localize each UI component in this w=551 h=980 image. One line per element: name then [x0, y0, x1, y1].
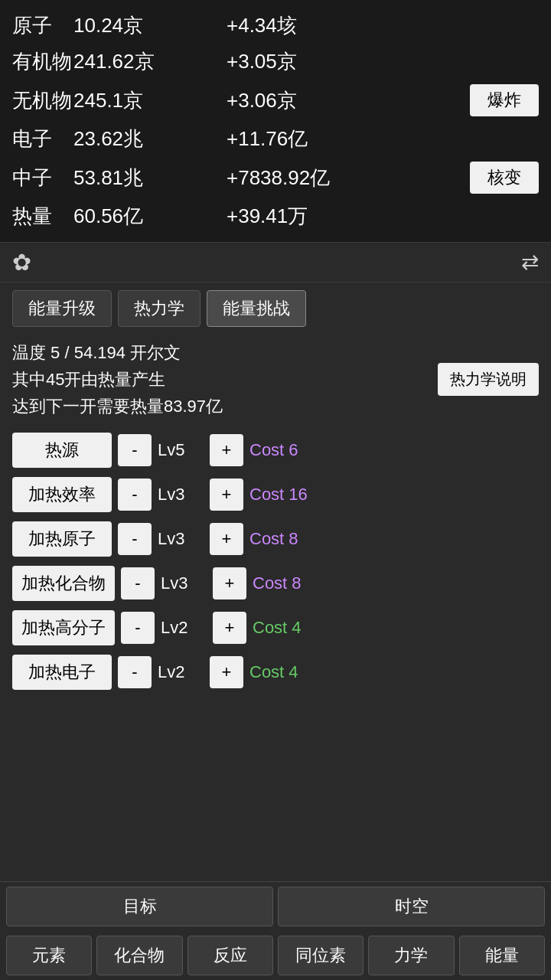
stat-label-4: 中子: [12, 165, 73, 191]
bottom-nav-row2-btn-4[interactable]: 力学: [368, 936, 454, 975]
toolbar-row: ✿ ⇄: [0, 242, 551, 283]
upgrade-row-4: 加热高分子-Lv2+Cost 4: [12, 610, 539, 645]
upgrade-minus-button-0[interactable]: -: [118, 434, 152, 466]
upgrade-name-button-2[interactable]: 加热原子: [12, 521, 112, 557]
stat-value-3: 23.62兆: [73, 126, 227, 152]
stat-label-0: 原子: [12, 12, 73, 39]
stat-value-2: 245.1京: [73, 87, 227, 114]
stat-value-1: 241.62京: [73, 48, 227, 75]
upgrade-name-button-0[interactable]: 热源: [12, 433, 112, 468]
upgrade-name-button-1[interactable]: 加热效率: [12, 477, 112, 512]
bottom-nav-row2-btn-2[interactable]: 反应: [187, 936, 273, 975]
stat-delta-1: +3.05京: [227, 48, 539, 75]
upgrade-cost-5: Cost 4: [249, 662, 298, 682]
stat-delta-5: +39.41万: [227, 203, 539, 230]
tab-button-2[interactable]: 能量挑战: [207, 290, 306, 327]
upgrade-name-button-5[interactable]: 加热电子: [12, 655, 112, 690]
upgrade-minus-button-5[interactable]: -: [118, 656, 152, 688]
stat-delta-2: +3.06京: [227, 87, 470, 114]
upgrade-cost-2: Cost 8: [249, 529, 298, 549]
bottom-nav-row2-btn-5[interactable]: 能量: [459, 936, 545, 975]
stat-value-0: 10.24京: [73, 12, 227, 39]
bottom-nav-row1-btn-0[interactable]: 目标: [6, 887, 273, 926]
tab-row: 能量升级热力学能量挑战: [0, 283, 551, 332]
stats-section: 原子10.24京+4.34垓有机物241.62京+3.05京无机物245.1京+…: [0, 0, 551, 242]
info-line2: 其中45开由热量产生: [12, 366, 438, 393]
stat-row-2: 无机物245.1京+3.06京爆炸: [12, 80, 539, 121]
bottom-nav: 目标时空 元素化合物反应同位素力学能量: [0, 881, 551, 980]
upgrade-row-1: 加热效率-Lv3+Cost 16: [12, 477, 539, 512]
upgrade-plus-button-5[interactable]: +: [210, 656, 243, 688]
upgrade-cost-0: Cost 6: [249, 440, 298, 460]
upgrade-minus-button-4[interactable]: -: [121, 612, 155, 644]
upgrade-row-0: 热源-Lv5+Cost 6: [12, 433, 539, 468]
stat-label-3: 电子: [12, 126, 73, 152]
bottom-row-1: 目标时空: [0, 882, 551, 931]
stat-delta-3: +11.76亿: [227, 126, 539, 152]
stat-row-1: 有机物241.62京+3.05京: [12, 44, 539, 80]
info-lines: 温度 5 / 54.194 开尔文 其中45开由热量产生 达到下一开需要热量83…: [12, 339, 438, 420]
shuffle-icon[interactable]: ⇄: [521, 250, 539, 275]
stat-label-2: 无机物: [12, 87, 73, 114]
stat-delta-4: +7838.92亿: [227, 165, 470, 191]
upgrade-minus-button-3[interactable]: -: [121, 567, 155, 599]
info-line1: 温度 5 / 54.194 开尔文: [12, 339, 438, 366]
upgrade-name-button-3[interactable]: 加热化合物: [12, 566, 115, 601]
tab-button-0[interactable]: 能量升级: [12, 290, 112, 327]
upgrade-row-2: 加热原子-Lv3+Cost 8: [12, 521, 539, 557]
upgrade-row-3: 加热化合物-Lv3+Cost 8: [12, 566, 539, 601]
info-section: 温度 5 / 54.194 开尔文 其中45开由热量产生 达到下一开需要热量83…: [0, 332, 551, 428]
upgrade-level-2: Lv3: [158, 529, 204, 549]
bottom-nav-row2-btn-1[interactable]: 化合物: [96, 936, 182, 975]
thermo-button[interactable]: 热力学说明: [438, 363, 539, 396]
stat-action-button-4[interactable]: 核变: [470, 162, 539, 194]
upgrade-plus-button-2[interactable]: +: [210, 523, 243, 555]
upgrade-level-1: Lv3: [158, 485, 204, 505]
bottom-nav-row1-btn-1[interactable]: 时空: [278, 887, 545, 926]
upgrade-level-4: Lv2: [161, 618, 207, 638]
upgrade-cost-3: Cost 8: [253, 573, 302, 593]
upgrade-plus-button-3[interactable]: +: [213, 567, 246, 599]
upgrade-minus-button-2[interactable]: -: [118, 523, 152, 555]
stat-value-5: 60.56亿: [73, 203, 227, 230]
upgrade-name-button-4[interactable]: 加热高分子: [12, 610, 115, 645]
stat-row-5: 热量60.56亿+39.41万: [12, 198, 539, 234]
stat-label-5: 热量: [12, 203, 73, 230]
stat-delta-0: +4.34垓: [227, 12, 539, 39]
upgrade-level-0: Lv5: [158, 440, 204, 460]
info-line3: 达到下一开需要热量83.97亿: [12, 393, 438, 420]
upgrade-plus-button-0[interactable]: +: [210, 434, 243, 466]
bottom-nav-row2-btn-0[interactable]: 元素: [6, 936, 92, 975]
bottom-row-2: 元素化合物反应同位素力学能量: [0, 931, 551, 980]
upgrade-plus-button-4[interactable]: +: [213, 612, 246, 644]
tab-button-1[interactable]: 热力学: [118, 290, 201, 327]
stat-action-button-2[interactable]: 爆炸: [470, 84, 539, 116]
upgrade-cost-1: Cost 16: [249, 485, 308, 505]
upgrade-row-5: 加热电子-Lv2+Cost 4: [12, 655, 539, 690]
upgrade-plus-button-1[interactable]: +: [210, 479, 243, 511]
upgrade-level-3: Lv3: [161, 573, 207, 593]
stat-value-4: 53.81兆: [73, 165, 227, 191]
stat-row-0: 原子10.24京+4.34垓: [12, 8, 539, 44]
stat-row-3: 电子23.62兆+11.76亿: [12, 121, 539, 157]
stat-row-4: 中子53.81兆+7838.92亿核变: [12, 157, 539, 198]
upgrades-section: 热源-Lv5+Cost 6加热效率-Lv3+Cost 16加热原子-Lv3+Co…: [0, 428, 551, 704]
upgrade-level-5: Lv2: [158, 662, 204, 682]
gear-icon[interactable]: ✿: [12, 249, 31, 276]
stat-label-1: 有机物: [12, 48, 73, 75]
bottom-nav-row2-btn-3[interactable]: 同位素: [278, 936, 364, 975]
upgrade-cost-4: Cost 4: [253, 618, 302, 638]
upgrade-minus-button-1[interactable]: -: [118, 479, 152, 511]
